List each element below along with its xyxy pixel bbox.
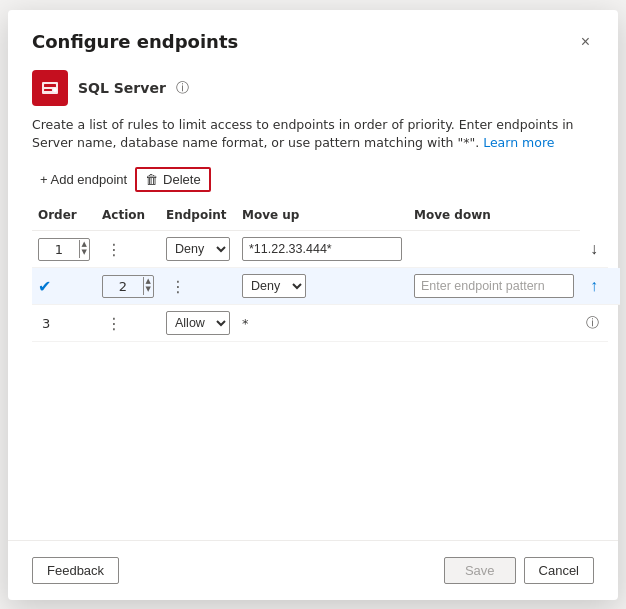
row2-order-value: 2	[103, 276, 143, 297]
row1-order-value: 1	[39, 239, 79, 260]
service-info-icon[interactable]: ⓘ	[176, 79, 189, 97]
row2-move-up-button[interactable]: ↑	[586, 275, 602, 297]
row3-order-value: 3	[42, 316, 50, 331]
chevron-down-icon: ▼	[82, 249, 87, 257]
footer-right: Save Cancel	[444, 557, 594, 584]
svg-rect-1	[44, 84, 56, 87]
endpoints-table: Order Action Endpoint Move up Move down …	[32, 200, 620, 342]
row2-moveup-cell: ↑	[580, 268, 608, 305]
service-name: SQL Server	[78, 80, 166, 96]
delete-icon: 🗑	[145, 172, 158, 187]
dialog-title: Configure endpoints	[32, 31, 238, 52]
toolbar: + Add endpoint 🗑 Delete	[8, 153, 618, 200]
dialog-header: Configure endpoints ×	[8, 10, 618, 54]
row3-info-cell: ⓘ	[580, 305, 608, 342]
table-body: 1 ▲ ▼ ⋮ Deny Allow	[32, 231, 620, 342]
svg-rect-0	[42, 82, 58, 94]
delete-label: Delete	[163, 172, 201, 187]
table-header-row: Order Action Endpoint Move up Move down	[32, 200, 620, 231]
row2-endpoint-input[interactable]	[414, 274, 574, 298]
row2-action-select[interactable]: Deny Allow	[242, 274, 306, 298]
cancel-button[interactable]: Cancel	[524, 557, 594, 584]
table-row: 3 ⋮ Allow Deny *	[32, 305, 620, 342]
dialog-footer: Feedback Save Cancel	[8, 540, 618, 600]
row1-endpoint-cell	[236, 231, 408, 268]
row2-order-chevron[interactable]: ▲ ▼	[143, 277, 153, 294]
col-header-endpoint: Endpoint	[160, 200, 236, 231]
svg-rect-2	[44, 89, 52, 91]
row1-action-cell: Deny Allow	[160, 231, 236, 268]
learn-more-link[interactable]: Learn more	[483, 135, 554, 150]
row1-context-menu-icon[interactable]: ⋮	[102, 240, 126, 259]
col-header-movedown: Move down	[408, 200, 580, 231]
configure-endpoints-dialog: Configure endpoints × SQL Server ⓘ Creat…	[8, 10, 618, 600]
row3-context-menu-icon[interactable]: ⋮	[102, 314, 126, 333]
col-header-order: Order	[32, 200, 96, 231]
add-endpoint-button[interactable]: + Add endpoint	[32, 168, 135, 191]
service-row: SQL Server ⓘ	[8, 54, 618, 106]
row3-order-cell: 3	[32, 305, 96, 342]
save-button[interactable]: Save	[444, 557, 516, 584]
service-icon	[32, 70, 68, 106]
row2-context-menu-icon[interactable]: ⋮	[166, 277, 190, 296]
row1-order-input-group: 1 ▲ ▼	[38, 238, 90, 261]
footer-left: Feedback	[32, 557, 119, 584]
description: Create a list of rules to limit access t…	[8, 106, 618, 154]
row1-moveup-cell	[408, 231, 580, 268]
row3-moveup-cell	[408, 305, 580, 342]
row1-order-cell: 1 ▲ ▼	[32, 231, 96, 268]
row2-endpoint-cell	[408, 268, 580, 305]
row1-move-down-button[interactable]: ↓	[586, 238, 602, 260]
chevron-down-icon: ▼	[146, 286, 151, 294]
row3-endpoint-value: *	[242, 316, 249, 331]
row2-action-cell: Deny Allow	[236, 268, 408, 305]
row3-endpoint-cell: *	[236, 305, 408, 342]
row2-selected-checkmark: ✔	[38, 277, 51, 296]
table-row: 1 ▲ ▼ ⋮ Deny Allow	[32, 231, 620, 268]
table-head: Order Action Endpoint Move up Move down	[32, 200, 620, 231]
row3-dots-cell: ⋮	[96, 305, 160, 342]
row1-endpoint-input[interactable]	[242, 237, 402, 261]
row1-dots-cell: ⋮	[96, 231, 160, 268]
table-area: Order Action Endpoint Move up Move down …	[8, 200, 618, 540]
delete-btn-wrapper: 🗑 Delete	[135, 167, 211, 192]
col-header-moveup: Move up	[236, 200, 408, 231]
delete-button[interactable]: 🗑 Delete	[137, 169, 209, 190]
row2-dots-cell: ⋮	[160, 268, 236, 305]
row2-order-input-group: 2 ▲ ▼	[102, 275, 154, 298]
feedback-button[interactable]: Feedback	[32, 557, 119, 584]
row1-movedown-cell: ↓	[580, 231, 608, 268]
row3-info-icon[interactable]: ⓘ	[586, 315, 599, 330]
row3-action-select[interactable]: Allow Deny	[166, 311, 230, 335]
svg-point-3	[53, 88, 57, 92]
sql-server-icon	[40, 78, 60, 98]
row1-action-select[interactable]: Deny Allow	[166, 237, 230, 261]
close-button[interactable]: ×	[577, 30, 594, 54]
row2-movedown-cell	[608, 268, 620, 305]
table-row: ✔ 2 ▲ ▼ ⋮	[32, 268, 620, 305]
col-header-action: Action	[96, 200, 160, 231]
row3-action-cell: Allow Deny	[160, 305, 236, 342]
row2-order-cell: 2 ▲ ▼	[96, 268, 160, 305]
row2-check-cell: ✔	[32, 268, 96, 305]
row1-order-chevron[interactable]: ▲ ▼	[79, 240, 89, 257]
